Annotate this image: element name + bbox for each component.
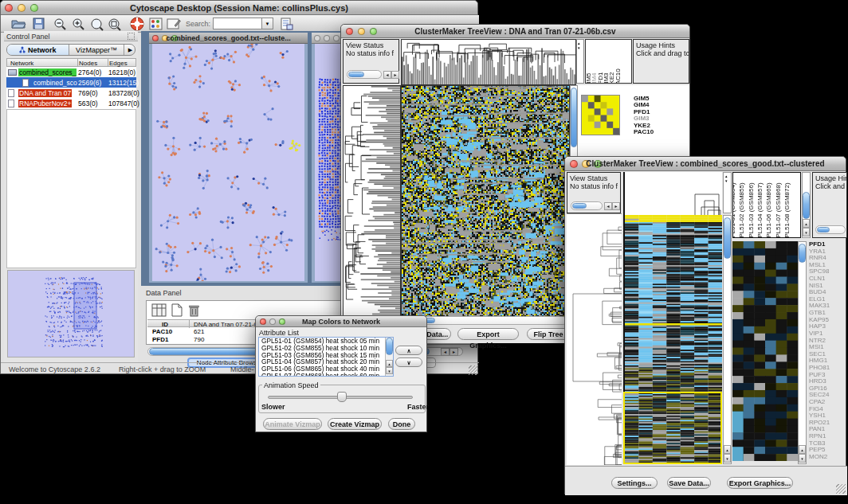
network-list-row[interactable]: RNAPuberNov2+563(0)107847(0): [6, 98, 136, 108]
column-label[interactable]: GPL51-01 (GSM854): [732, 182, 736, 238]
resize-grip[interactable]: [469, 365, 478, 375]
vizmapper-icon[interactable]: [149, 18, 163, 30]
network-view-1[interactable]: [152, 44, 304, 281]
select-attributes-icon[interactable]: [151, 303, 167, 317]
column-label[interactable]: GPL51-03 (GSM856): [748, 182, 755, 238]
search-input[interactable]: [213, 18, 262, 29]
scroll-down-icon[interactable]: ▾: [799, 454, 806, 463]
scroll-down-icon[interactable]: ▾: [386, 367, 393, 374]
row-dendrogram[interactable]: [343, 85, 401, 316]
speed-slider-thumb[interactable]: [337, 392, 347, 402]
control-panel: Control Panel Network VizMapper™ ▶ Netwo…: [4, 31, 138, 362]
zoom-button[interactable]: [333, 35, 340, 41]
scroll-up-icon[interactable]: ▴: [803, 219, 810, 228]
scroll-down-icon[interactable]: ▾: [724, 454, 731, 463]
scroll-right-icon[interactable]: ▸: [391, 71, 399, 79]
column-dendrogram-area[interactable]: [623, 172, 722, 215]
gene-label[interactable]: MON2: [809, 454, 847, 461]
scroll-right-icon[interactable]: ▸: [450, 348, 458, 356]
new-attribute-icon[interactable]: [171, 303, 183, 317]
scroll-right-icon[interactable]: ▸: [612, 202, 620, 210]
scroll-up-icon[interactable]: ▴: [799, 445, 806, 454]
scroll-strip[interactable]: ▴▾: [723, 172, 732, 213]
zoom-out-icon[interactable]: [53, 18, 67, 31]
zoom-vscrollbar[interactable]: ▴ ▾: [798, 241, 807, 464]
network-col-header[interactable]: Network: [10, 60, 33, 67]
tab-vizmapper[interactable]: VizMapper™: [70, 45, 123, 56]
network-name[interactable]: combined_sco: [33, 79, 78, 87]
settings-button[interactable]: Settings...: [611, 477, 658, 489]
network-name[interactable]: RNAPuberNov2+: [18, 100, 72, 107]
gene-labels[interactable]: PFD1YRA1RNR4MSL1SPC98CLN1NIS1BUD4ELG1MAK…: [809, 241, 847, 464]
attribute-list[interactable]: GPL51-01 (GSM854) heat shock 05 minGPL51…: [258, 337, 394, 377]
scroll-up-icon[interactable]: ▴: [724, 445, 731, 454]
float-panel-icon[interactable]: [128, 33, 135, 40]
network-name[interactable]: combined_scores_: [18, 68, 77, 76]
done-button[interactable]: Done: [388, 418, 415, 430]
column-label[interactable]: PAC10: [614, 68, 622, 84]
open-file-icon[interactable]: [10, 18, 26, 30]
resize-grip[interactable]: [836, 484, 846, 494]
column-label[interactable]: GPL51-02 (GSM855): [738, 182, 745, 238]
usage-scrollbar[interactable]: [815, 225, 846, 234]
column-label[interactable]: GPL51-06 (GSM865): [765, 182, 772, 238]
report-icon[interactable]: [280, 18, 293, 30]
col-labels-vscrollbar[interactable]: ▴ ▾: [802, 172, 811, 238]
main-title-bar[interactable]: Cytoscape Desktop (Session Name: collins…: [1, 1, 477, 15]
zoom-in-icon[interactable]: [72, 18, 85, 31]
minimize-button[interactable]: [324, 35, 330, 41]
id-column-header[interactable]: ID: [162, 321, 168, 328]
treeview-front-title-bar[interactable]: ClusterMaker TreeView : combined_scores_…: [565, 157, 846, 171]
tab-overflow-icon[interactable]: ▶: [124, 45, 135, 56]
move-up-button[interactable]: ∧: [395, 346, 422, 355]
column-labels-panel[interactable]: GIM5GIM4PFD1GIM3YKE2PAC10: [585, 39, 632, 84]
heatmap-vscrollbar[interactable]: ▴ ▾: [723, 215, 732, 464]
row-dendrogram[interactable]: [567, 213, 622, 465]
export-graphics-button[interactable]: Export Graphics...: [457, 328, 519, 340]
status-scrollbar[interactable]: [571, 201, 603, 210]
delete-attribute-icon[interactable]: [188, 303, 200, 317]
scroll-left-icon[interactable]: ◂: [604, 202, 612, 210]
tab-network[interactable]: Network: [7, 45, 69, 56]
zoom-heatmap[interactable]: [732, 241, 798, 461]
help-icon[interactable]: [130, 17, 144, 31]
animate-vizmap-button[interactable]: Animate Vizmap: [263, 418, 322, 430]
heatmap[interactable]: [401, 85, 570, 318]
network-list-row[interactable]: combined_sco2569(6)13112(15): [6, 77, 136, 88]
attr-list-vscrollbar[interactable]: ▴ ▾: [385, 338, 393, 376]
column-label[interactable]: GPL51-07 (GSM868): [775, 182, 782, 238]
scroll-left-icon[interactable]: ◂: [441, 348, 450, 356]
create-vizmap-button[interactable]: Create Vizmap: [328, 418, 382, 430]
network-col-header[interactable]: Nodes: [79, 60, 97, 67]
status-scrollbar[interactable]: [347, 70, 382, 79]
close-button[interactable]: [314, 35, 320, 41]
column-dendrogram[interactable]: [401, 39, 576, 85]
column-labels-panel[interactable]: GPL51-01 (GSM854)GPL51-02 (GSM855)GPL51-…: [732, 172, 801, 238]
scroll-left-icon[interactable]: ◂: [383, 71, 391, 79]
column-label[interactable]: GPL51-04 (GSM857): [756, 182, 764, 238]
export-graphics-button[interactable]: Export Graphics...: [727, 477, 793, 489]
scroll-up-icon[interactable]: ▴: [386, 360, 393, 367]
zoom-selected-icon[interactable]: [90, 18, 104, 31]
network-list-row[interactable]: DNA and Tran 07769(0)183728(0): [6, 88, 136, 98]
network-list-row[interactable]: combined_scores_2764(0)16218(0): [6, 67, 136, 77]
zoom-matrix[interactable]: [581, 95, 620, 135]
zoom-fit-icon[interactable]: [108, 18, 121, 31]
network-col-header[interactable]: Edges: [109, 60, 128, 67]
save-icon[interactable]: [33, 18, 45, 30]
dialog-title-bar[interactable]: Map Colors to Network: [256, 316, 426, 327]
scroll-down-icon[interactable]: ▾: [803, 228, 810, 236]
heatmap[interactable]: [623, 215, 722, 464]
column-label[interactable]: GPL51-08 (GSM872): [783, 182, 791, 238]
row-label[interactable]: PAC10: [634, 129, 688, 135]
save-data-button[interactable]: Save Data...: [667, 477, 711, 489]
row-labels[interactable]: GIM5GIM4PFD1GIM3YKE2PAC10: [634, 96, 688, 137]
annotation-icon[interactable]: [167, 18, 181, 30]
network-name[interactable]: DNA and Tran 07: [18, 89, 72, 97]
move-down-button[interactable]: ∨: [395, 357, 422, 367]
attribute-list-item[interactable]: GPL51-07 (GSM868) heat shock 60 min: [259, 373, 393, 377]
search-dropdown-icon[interactable]: ▼: [262, 18, 273, 29]
treeview-back-title-bar[interactable]: ClusterMaker TreeView : DNA and Tran 07-…: [341, 25, 689, 38]
birdseye-view[interactable]: [7, 270, 135, 357]
col-tree-scroll-strip[interactable]: ▴▾: [576, 39, 584, 84]
